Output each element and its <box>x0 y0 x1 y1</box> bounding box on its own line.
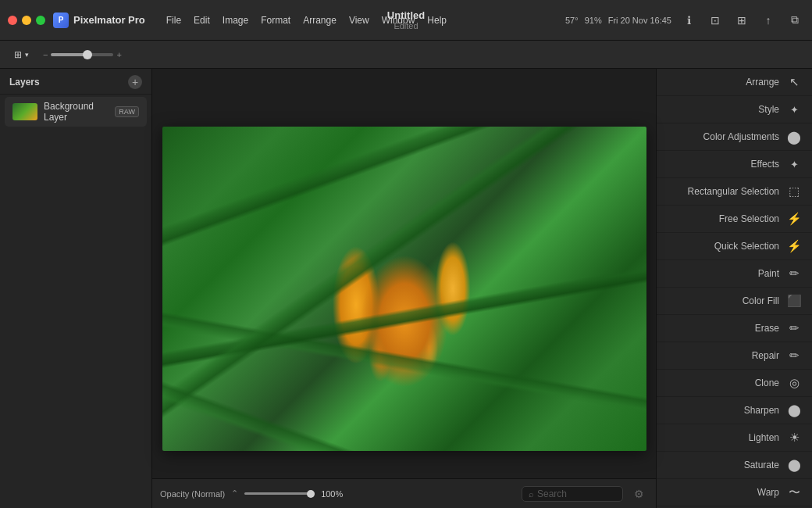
status-bar: Opacity (Normal) ⌃ 100% ⌕ ⚙ <box>152 478 656 508</box>
layers-header: Layers + <box>0 69 151 95</box>
zoom-plus-icon: + <box>116 50 121 59</box>
tool-rect-selection[interactable]: Rectangular Selection ⬚ <box>657 178 812 206</box>
effects-icon: ✦ <box>785 156 803 173</box>
opacity-value: 100% <box>321 489 343 499</box>
opacity-chevron[interactable]: ⌃ <box>231 488 238 499</box>
document-subtitle: Edited <box>387 21 425 30</box>
tool-rect-selection-label: Rectangular Selection <box>663 186 785 197</box>
tool-effects[interactable]: Effects ✦ <box>657 151 812 178</box>
sys-time: Fri 20 Nov 16:45 <box>608 16 671 25</box>
layers-panel-title: Layers <box>9 77 40 88</box>
split-button[interactable]: ⧉ <box>785 11 804 30</box>
tool-sharpen[interactable]: Sharpen ⬤ <box>657 397 812 424</box>
document-title-center: Untitled Edited <box>387 9 425 30</box>
raw-badge: RAW <box>115 106 139 117</box>
menu-edit[interactable]: Edit <box>188 13 215 28</box>
tool-paint[interactable]: Paint ✏ <box>657 260 812 288</box>
color-adjustments-icon: ⬤ <box>785 128 803 145</box>
zoom-slider[interactable] <box>51 53 113 56</box>
maximize-button[interactable] <box>36 16 45 25</box>
arrange-view-button[interactable]: ⊞ <box>732 11 751 30</box>
tool-erase[interactable]: Erase ✏ <box>657 315 812 342</box>
tool-color-adjustments[interactable]: Color Adjustments ⬤ <box>657 123 812 151</box>
bottom-settings-icon[interactable]: ⚙ <box>629 485 648 503</box>
app-icon: P <box>53 13 69 28</box>
tool-saturate[interactable]: Saturate ⬤ <box>657 452 812 479</box>
search-icon: ⌕ <box>529 489 534 499</box>
main-layout: Layers + Background Layer RAW Opacity (N… <box>0 69 812 508</box>
tool-warp[interactable]: Warp 〜 <box>657 479 812 506</box>
layer-thumbnail <box>12 103 37 120</box>
tool-style[interactable]: Style ✦ <box>657 96 812 123</box>
style-icon: ✦ <box>785 101 803 118</box>
toolbar: ⊞ ▾ − + <box>0 41 812 69</box>
tool-effects-label: Effects <box>663 159 785 170</box>
share-button[interactable]: ↑ <box>759 11 778 30</box>
color-fill-icon: ⬛ <box>785 292 803 309</box>
tool-saturate-label: Saturate <box>663 460 785 470</box>
canvas-wrapper: Opacity (Normal) ⌃ 100% ⌕ ⚙ <box>152 69 656 508</box>
document-title: Untitled <box>387 9 425 21</box>
warp-icon: 〜 <box>785 484 803 501</box>
menu-image[interactable]: Image <box>217 13 254 28</box>
canvas-image[interactable] <box>162 127 646 451</box>
tool-arrange-label: Arrange <box>663 77 785 88</box>
tool-repair[interactable]: Repair ✏ <box>657 342 812 370</box>
clone-icon: ◎ <box>785 374 803 392</box>
tool-clone[interactable]: Clone ◎ <box>657 370 812 397</box>
sharpen-icon: ⬤ <box>785 402 803 419</box>
free-selection-icon: ⚡ <box>785 210 803 227</box>
app-name: Pixelmator Pro <box>73 14 145 26</box>
rect-selection-icon: ⬚ <box>785 183 803 200</box>
titlebar: P Pixelmator Pro File Edit Image Format … <box>0 0 812 41</box>
sys-info: 57° 91% Fri 20 Nov 16:45 <box>565 16 671 25</box>
tools-panel: Arrange ↖ Style ✦ Color Adjustments ⬤ Ef… <box>656 69 812 508</box>
traffic-lights <box>8 16 45 25</box>
opacity-slider[interactable] <box>244 492 315 495</box>
tool-free-selection[interactable]: Free Selection ⚡ <box>657 206 812 233</box>
sys-temp: 57° <box>565 16 579 25</box>
menu-help[interactable]: Help <box>422 13 452 28</box>
resize-button[interactable]: ⊡ <box>706 11 725 30</box>
close-button[interactable] <box>8 16 17 25</box>
lighten-icon: ☀ <box>785 429 803 446</box>
tool-color-fill-label: Color Fill <box>663 295 785 306</box>
layers-chevron: ▾ <box>25 51 29 59</box>
menu-file[interactable]: File <box>161 13 187 28</box>
tool-lighten[interactable]: Lighten ☀ <box>657 424 812 452</box>
tool-free-selection-label: Free Selection <box>663 213 785 224</box>
zoom-minus-icon: − <box>43 50 48 59</box>
menu-arrange[interactable]: Arrange <box>297 13 342 28</box>
erase-icon: ✏ <box>785 320 803 337</box>
add-layer-button[interactable]: + <box>128 75 142 89</box>
quick-selection-icon: ⚡ <box>785 238 803 255</box>
tool-quick-selection-label: Quick Selection <box>663 241 785 252</box>
tool-warp-label: Warp <box>663 487 785 498</box>
menu-format[interactable]: Format <box>255 13 296 28</box>
tool-quick-selection[interactable]: Quick Selection ⚡ <box>657 233 812 260</box>
tool-lighten-label: Lighten <box>663 432 785 443</box>
titlebar-right: 57° 91% Fri 20 Nov 16:45 ℹ ⊡ ⊞ ↑ ⧉ <box>565 11 804 30</box>
paint-icon: ✏ <box>785 265 803 282</box>
info-button[interactable]: ℹ <box>679 11 698 30</box>
arrange-icon: ↖ <box>785 73 803 91</box>
layer-name: Background Layer <box>44 101 109 123</box>
tool-erase-label: Erase <box>663 323 785 334</box>
minimize-button[interactable] <box>22 16 31 25</box>
menu-view[interactable]: View <box>344 13 375 28</box>
repair-icon: ✏ <box>785 347 803 364</box>
tool-color-adjustments-label: Color Adjustments <box>663 131 785 142</box>
tool-sharpen-label: Sharpen <box>663 405 785 416</box>
list-item[interactable]: Background Layer RAW <box>5 97 147 127</box>
tool-color-fill[interactable]: Color Fill ⬛ <box>657 288 812 315</box>
sys-battery: 91% <box>585 16 602 25</box>
search-input[interactable] <box>537 488 607 499</box>
tool-style-label: Style <box>663 104 785 115</box>
search-box: ⌕ <box>522 486 623 502</box>
layers-icon: ⊞ <box>14 49 22 60</box>
layers-panel: Layers + Background Layer RAW <box>0 69 152 508</box>
layers-toggle[interactable]: ⊞ ▾ <box>8 45 35 64</box>
tool-clone-label: Clone <box>663 377 785 388</box>
tool-arrange[interactable]: Arrange ↖ <box>657 69 812 96</box>
tool-repair-label: Repair <box>663 350 785 361</box>
